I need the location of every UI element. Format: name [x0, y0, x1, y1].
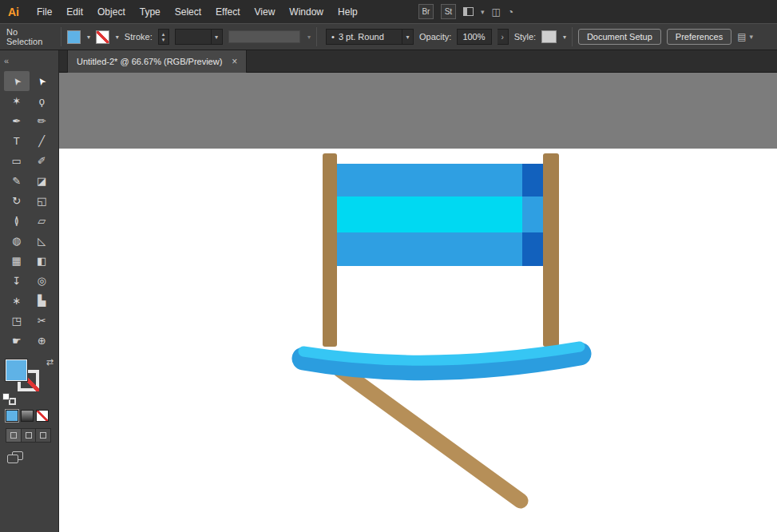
- tool-blend[interactable]: ◎: [30, 271, 55, 291]
- tool-hand[interactable]: ☛: [4, 331, 30, 351]
- stepper-up-icon[interactable]: ▴: [162, 31, 165, 37]
- draw-behind-button[interactable]: [22, 429, 37, 442]
- stepper-down-icon[interactable]: ▾: [162, 37, 165, 42]
- tool-pen[interactable]: ✒: [4, 111, 30, 131]
- tool-eraser[interactable]: ◪: [30, 171, 55, 191]
- opacity-panel-arrow-icon[interactable]: ›: [498, 29, 509, 45]
- banner-bottom-shade[interactable]: [522, 232, 543, 266]
- stroke-label[interactable]: Stroke:: [125, 32, 153, 42]
- stroke-width-chevron-icon[interactable]: ▾: [212, 29, 223, 45]
- menu-type[interactable]: Type: [133, 6, 168, 18]
- menu-view[interactable]: View: [248, 6, 283, 18]
- stroke-swatch-chevron-icon[interactable]: ▾: [116, 34, 119, 41]
- menu-edit[interactable]: Edit: [59, 6, 90, 18]
- draw-normal-button[interactable]: [6, 429, 22, 442]
- style-chevron-icon[interactable]: ▾: [563, 34, 566, 41]
- screen-mode-icon[interactable]: [7, 451, 25, 465]
- tool-rectangle[interactable]: ▭: [4, 151, 30, 171]
- tool-selection[interactable]: ➤: [4, 71, 30, 91]
- control-panel-menu-icon[interactable]: ▤: [737, 31, 746, 42]
- workspace-switcher-icon[interactable]: [463, 7, 474, 16]
- tool-eyedropper[interactable]: ↧: [4, 271, 30, 291]
- color-mode-button[interactable]: [6, 410, 18, 422]
- tool-lasso[interactable]: ϙ: [30, 91, 55, 111]
- style-select-swatch[interactable]: [541, 30, 557, 43]
- tool-icon: ☛: [12, 335, 22, 347]
- menu-select[interactable]: Select: [168, 6, 208, 18]
- document-setup-button[interactable]: Document Setup: [578, 29, 661, 45]
- tool-direct-selection[interactable]: ➤: [30, 71, 55, 91]
- fill-indicator-swatch[interactable]: [6, 359, 27, 381]
- banner-bottom-stripe[interactable]: [337, 232, 522, 266]
- tool-zoom[interactable]: ⊕: [30, 331, 55, 351]
- document-tab[interactable]: Untitled-2* @ 66.67% (RGB/Preview) ×: [67, 50, 247, 73]
- default-fill-stroke-icon[interactable]: [2, 393, 16, 405]
- tool-icon: ≬: [14, 215, 19, 227]
- stroke-color-swatch[interactable]: [96, 30, 109, 44]
- tool-shaper[interactable]: ✎: [4, 171, 30, 191]
- right-post-shape[interactable]: [543, 153, 559, 347]
- stock-button[interactable]: St: [441, 4, 456, 19]
- tool-icon: ◱: [37, 195, 46, 207]
- preferences-button[interactable]: Preferences: [667, 29, 731, 45]
- tool-icon: ➤: [35, 74, 49, 87]
- swap-fill-stroke-icon[interactable]: ⇄: [46, 357, 54, 367]
- tool-curvature[interactable]: ✏: [30, 111, 55, 131]
- tool-artboard[interactable]: ◳: [4, 311, 30, 331]
- banner-middle-shade[interactable]: [522, 197, 543, 232]
- menu-window[interactable]: Window: [282, 6, 331, 18]
- tool-column-graph[interactable]: ▙: [30, 291, 55, 311]
- banner-middle-stripe[interactable]: [337, 197, 522, 232]
- gradient-mode-button[interactable]: [21, 410, 34, 422]
- tool-shape-builder[interactable]: ◍: [4, 231, 30, 251]
- tool-icon: ◪: [37, 175, 46, 187]
- style-label[interactable]: Style:: [514, 32, 537, 42]
- tool-symbol-sprayer[interactable]: ∗: [4, 291, 30, 311]
- tool-rotate[interactable]: ↻: [4, 191, 30, 211]
- tool-mesh[interactable]: ▦: [4, 251, 30, 271]
- banner-top-stripe[interactable]: [337, 164, 522, 197]
- fill-stroke-area: ⇄: [0, 357, 58, 407]
- tool-icon: ✎: [12, 175, 21, 187]
- brush-definition-select[interactable]: • 3 pt. Round: [326, 29, 402, 45]
- draw-inside-button[interactable]: [36, 429, 50, 442]
- workspace-chevron-icon[interactable]: ▾: [481, 8, 485, 16]
- tool-magic-wand[interactable]: ✶: [4, 91, 30, 111]
- control-panel-chevron-icon[interactable]: ▾: [750, 33, 754, 41]
- menu-help[interactable]: Help: [331, 6, 365, 18]
- tool-slice[interactable]: ✂: [30, 311, 55, 331]
- tool-type[interactable]: T: [4, 131, 30, 151]
- tool-free-transform[interactable]: ▱: [30, 211, 55, 231]
- window-arrange-icon[interactable]: ◫: [491, 6, 500, 18]
- fill-swatch-chevron-icon[interactable]: ▾: [87, 34, 90, 41]
- banner-top-shade[interactable]: [522, 164, 543, 197]
- tool-paintbrush[interactable]: ✐: [30, 151, 55, 171]
- menu-object[interactable]: Object: [90, 6, 133, 18]
- tool-perspective-grid[interactable]: ◺: [30, 231, 55, 251]
- tool-icon: ◎: [38, 275, 46, 287]
- sync-status-icon[interactable]: ◔: [508, 6, 513, 18]
- tool-icon: ∗: [12, 295, 21, 307]
- menu-effect[interactable]: Effect: [208, 6, 247, 18]
- tool-icon: ✶: [12, 95, 21, 107]
- opacity-label[interactable]: Opacity:: [419, 32, 451, 42]
- pasteboard[interactable]: [59, 73, 777, 532]
- left-post-shape[interactable]: [323, 153, 337, 347]
- menu-file[interactable]: File: [30, 6, 59, 18]
- tool-gradient[interactable]: ◧: [30, 251, 55, 271]
- stroke-width-select[interactable]: [175, 29, 212, 45]
- bridge-button[interactable]: Br: [418, 4, 434, 19]
- tool-scale[interactable]: ◱: [30, 191, 55, 211]
- tool-width[interactable]: ≬: [4, 211, 30, 231]
- paint-style-row: [6, 410, 58, 422]
- tool-line-segment[interactable]: ╱: [30, 131, 55, 151]
- brush-chevron-icon[interactable]: ▾: [402, 29, 414, 45]
- stroke-width-stepper[interactable]: ▴ ▾: [158, 29, 169, 45]
- collapse-panel-icon[interactable]: «: [4, 56, 10, 66]
- none-mode-button[interactable]: [36, 410, 49, 422]
- fill-color-swatch[interactable]: [67, 30, 81, 44]
- tab-close-icon[interactable]: ×: [232, 56, 237, 67]
- diagonal-leg-shape[interactable]: [340, 370, 521, 501]
- opacity-input[interactable]: 100%: [457, 29, 492, 45]
- control-bar: No Selection ▾ ▾ Stroke: ▴ ▾ ▾ ▾ • 3 pt.…: [0, 23, 777, 50]
